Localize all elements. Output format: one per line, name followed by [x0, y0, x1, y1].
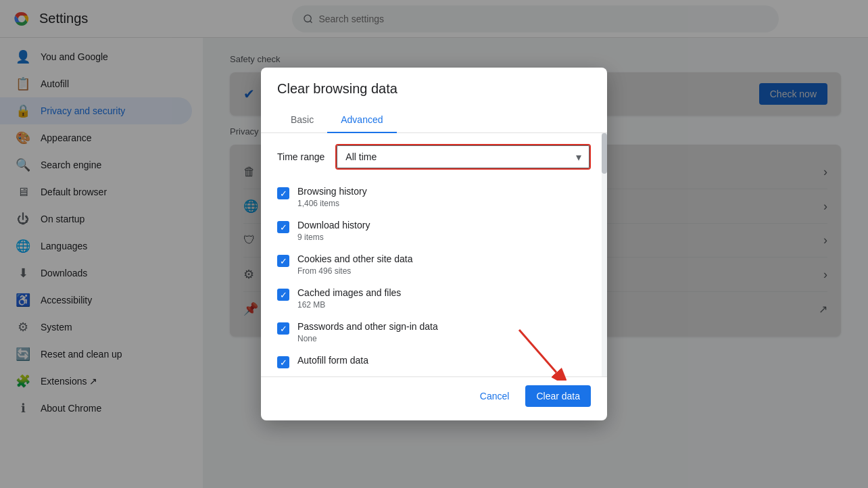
scrollbar-track[interactable] [602, 133, 607, 376]
red-arrow-annotation [512, 326, 566, 381]
clear-data-button[interactable]: Clear data [525, 385, 591, 407]
cookies-label: Cookies and other site data [297, 253, 591, 264]
browsing-history-label: Browsing history [297, 186, 591, 197]
dialog-title: Clear browsing data [277, 81, 591, 97]
download-history-label: Download history [297, 220, 591, 230]
modal-overlay: Clear browsing data Basic Advanced Time … [0, 0, 868, 488]
checkbox-passwords-input[interactable]: ✓ [277, 322, 289, 335]
checkbox-cookies: ✓ Cookies and other site data From 496 s… [277, 248, 591, 282]
dialog-footer: Cancel Clear data [261, 376, 607, 420]
checkbox-cookies-input[interactable]: ✓ [277, 255, 289, 267]
dialog-header: Clear browsing data Basic Advanced [261, 68, 607, 133]
checkbox-cached-input[interactable]: ✓ [277, 289, 289, 301]
download-history-sub: 9 items [297, 233, 324, 242]
svg-line-5 [519, 330, 556, 372]
checkbox-cached: ✓ Cached images and files 162 MB [277, 282, 591, 316]
passwords-sub: None [297, 334, 317, 343]
checkbox-browsing-history-input[interactable]: ✓ [277, 187, 289, 199]
tab-advanced[interactable]: Advanced [327, 107, 396, 133]
cookies-sub: From 496 sites [297, 266, 351, 276]
checkbox-browsing-history: ✓ Browsing history 1,406 items [277, 180, 591, 214]
time-range-select-wrapper: All time Last 4 weeks Last 7 days Last 2… [335, 144, 591, 170]
tab-basic[interactable]: Basic [277, 107, 327, 133]
checkbox-autofill-input[interactable]: ✓ [277, 356, 289, 368]
scrollbar-thumb[interactable] [602, 133, 607, 174]
checkbox-download-history-input[interactable]: ✓ [277, 221, 289, 233]
cancel-button[interactable]: Cancel [469, 385, 521, 407]
time-range-row: Time range All time Last 4 weeks Last 7 … [277, 144, 591, 170]
browsing-history-sub: 1,406 items [297, 199, 339, 208]
time-range-select[interactable]: All time Last 4 weeks Last 7 days Last 2… [337, 145, 589, 168]
checkbox-download-history: ✓ Download history 9 items [277, 214, 591, 248]
time-range-label: Time range [277, 151, 324, 162]
clear-browsing-data-dialog: Clear browsing data Basic Advanced Time … [261, 68, 607, 420]
cached-sub: 162 MB [297, 300, 325, 310]
dialog-tabs: Basic Advanced [261, 107, 607, 133]
cached-label: Cached images and files [297, 287, 591, 298]
